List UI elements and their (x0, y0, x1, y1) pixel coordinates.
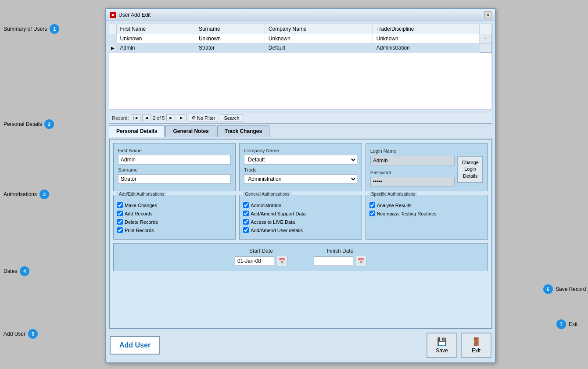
col-selector-header (109, 24, 116, 34)
trade-select[interactable]: Administration (244, 174, 357, 184)
navigation-bar: Record: |◄ ◄ 2 of 5 ► ►| ⊘ No Filter Sea… (109, 112, 492, 124)
main-window: ■ User Add Edit ✕ First Name Surname Com… (105, 8, 496, 363)
annotation-bubble-3: 3 (39, 190, 49, 199)
label-administration: Administration (251, 203, 281, 208)
annotation-dates: Dates 4 (4, 266, 29, 276)
trade-label: Trade (244, 167, 357, 172)
dates-section: Start Date 📅 Finish Date 📅 (113, 243, 488, 271)
auth-item-make-changes: Make Changes (117, 202, 232, 208)
annotation-bubble-5: 5 (28, 329, 38, 339)
company-select[interactable]: Default (244, 155, 357, 165)
annotation-label-6: Save Record (556, 286, 586, 292)
annotation-label-4: Dates (4, 268, 17, 274)
checkbox-make-changes[interactable] (117, 202, 123, 208)
first-name-input[interactable] (118, 155, 231, 165)
surname-input[interactable] (118, 174, 231, 184)
tab-track-changes[interactable]: Track Changes (217, 125, 269, 137)
annotation-exit: Exit 7 (556, 319, 577, 329)
bottom-bar: Add User 💾 Save 🚪 Exit (109, 331, 492, 360)
table-row[interactable]: ▶ Admin Strator Default Administration ·… (109, 43, 492, 53)
filter-icon: ⊘ (192, 115, 196, 121)
annotation-add-user: Add User 5 (4, 329, 38, 339)
auth-item-add-amend-support: Add/Amend Support Data (243, 211, 358, 216)
checkbox-print-records[interactable] (117, 227, 123, 233)
surname-label: Surname (118, 167, 231, 172)
table-row[interactable]: Unknown Unknown Unknown Unknown ··· (109, 34, 492, 43)
nav-current: 2 of 5 (153, 115, 165, 121)
col-actions (480, 24, 492, 34)
login-name-input[interactable] (370, 156, 455, 165)
personal-details-section: First Name Surname Company Name Default (113, 143, 488, 191)
annotation-authorisations: Authorisations 3 (4, 190, 49, 199)
checkbox-access-live[interactable] (243, 219, 249, 225)
finish-date-calendar-button[interactable]: 📅 (355, 256, 366, 266)
exit-button[interactable]: 🚪 Exit (461, 333, 491, 358)
auth-item-administration: Administration (243, 202, 358, 208)
general-auth-title: General Authorisations (243, 192, 291, 197)
no-filter-button[interactable]: ⊘ No Filter (189, 114, 219, 122)
col-company: Company Name (265, 24, 373, 34)
specific-auth-panel: Specific Authorisations Analyse Results … (366, 195, 488, 240)
nav-first-button[interactable]: |◄ (131, 115, 141, 121)
nav-last-button[interactable]: ►| (177, 115, 187, 121)
nav-prev-button[interactable]: ◄ (142, 115, 151, 121)
checkbox-add-amend-users[interactable] (243, 227, 249, 233)
add-edit-auth-panel: Add/Edit Authorisations Make Changes Add… (113, 195, 236, 240)
first-name-label: First Name (118, 148, 231, 153)
tabs-bar: Personal Details General Notes Track Cha… (109, 125, 492, 137)
name-panel: First Name Surname (113, 143, 236, 191)
start-date-calendar-button[interactable]: 📅 (276, 256, 287, 266)
general-auth-panel: General Authorisations Administration Ad… (239, 195, 362, 240)
row-action-btn[interactable]: ··· (480, 34, 492, 43)
exit-label: Exit (472, 348, 480, 354)
row-action-btn[interactable]: ··· (480, 43, 492, 53)
checkbox-add-amend-support[interactable] (243, 211, 249, 216)
trade-group: Trade Administration (244, 167, 357, 184)
record-label: Record: (112, 115, 129, 121)
label-ncompass: Ncompass Testing Routines (377, 211, 437, 216)
cell-company: Unknown (265, 34, 373, 43)
password-input[interactable] (370, 177, 455, 186)
auth-item-print-records: Print Records (117, 227, 232, 233)
exit-icon: 🚪 (471, 337, 481, 347)
annotation-bubble-2: 2 (44, 119, 54, 129)
start-date-label: Start Date (249, 248, 273, 254)
search-button[interactable]: Search (220, 114, 243, 122)
password-label: Password (370, 170, 455, 175)
checkbox-administration[interactable] (243, 202, 249, 208)
login-row: Password ChangeLoginDetails (370, 156, 483, 186)
change-login-button[interactable]: ChangeLoginDetails (457, 156, 483, 183)
window-title: User Add Edit (118, 12, 151, 18)
checkbox-analyse-results[interactable] (369, 202, 375, 208)
tab-general-notes[interactable]: General Notes (165, 125, 216, 137)
company-label: Company Name (244, 148, 357, 153)
checkbox-delete-records[interactable] (117, 219, 123, 225)
authorisations-section: Add/Edit Authorisations Make Changes Add… (113, 195, 488, 240)
finish-date-row: 📅 (314, 256, 366, 266)
checkbox-add-records[interactable] (117, 211, 123, 216)
nav-next-button[interactable]: ► (166, 115, 175, 121)
col-trade: Trade/Discipline (373, 24, 479, 34)
finish-date-input[interactable] (314, 256, 353, 266)
specific-auth-title: Specific Authorisations (369, 192, 417, 197)
label-add-amend-users: Add/Amend User details (251, 228, 303, 233)
add-user-button[interactable]: Add User (110, 336, 160, 355)
label-analyse-results: Analyse Results (377, 203, 412, 208)
finish-date-group: Finish Date 📅 (314, 248, 366, 266)
save-button[interactable]: 💾 Save (427, 333, 457, 358)
annotation-bubble-4: 4 (20, 266, 29, 276)
checkbox-ncompass[interactable] (369, 211, 375, 216)
first-name-group: First Name (118, 148, 231, 165)
tab-content-personal-details: First Name Surname Company Name Default (109, 139, 492, 329)
start-date-input[interactable] (235, 256, 274, 266)
login-panel: Login Name Password ChangeLoginDetails (366, 143, 488, 191)
start-date-row: 📅 (235, 256, 287, 266)
annotation-summary-of-users: Summary of Users 1 (4, 24, 59, 34)
cell-trade: Unknown (373, 34, 479, 43)
company-panel: Company Name Default Trade Administratio… (239, 143, 362, 191)
cell-surname: Strator (195, 43, 265, 53)
tab-personal-details[interactable]: Personal Details (109, 125, 165, 137)
cell-surname: Unknown (195, 34, 265, 43)
close-button[interactable]: ✕ (484, 11, 491, 18)
action-buttons: 💾 Save 🚪 Exit (427, 333, 491, 358)
